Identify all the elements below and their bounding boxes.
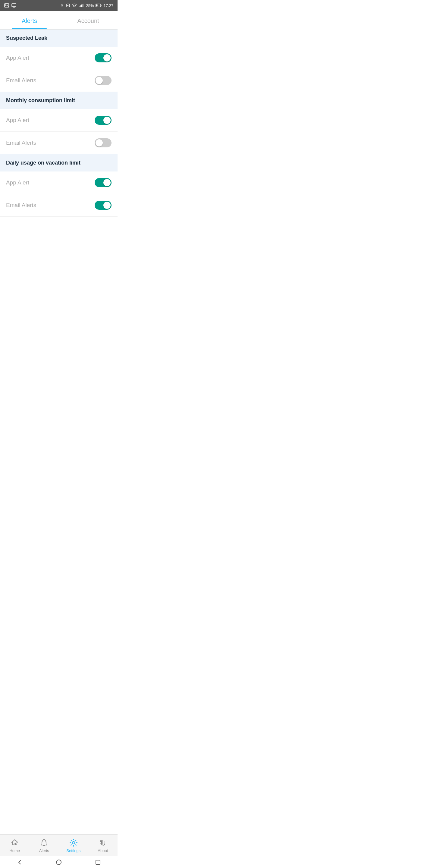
toggle-knob-dv-email-alerts: [103, 202, 111, 209]
main-content: Suspected Leak App Alert Email Alerts Mo…: [0, 30, 118, 253]
toggle-dv-email-alerts[interactable]: [95, 201, 112, 210]
toggle-mc-email-alerts[interactable]: [95, 138, 112, 147]
svg-rect-12: [101, 5, 101, 6]
bluetooth-icon: [60, 3, 64, 7]
status-bar: N 25% 17:27: [0, 0, 118, 11]
label-dv-app-alert: App Alert: [6, 179, 29, 186]
monitor-icon: [11, 3, 16, 7]
svg-rect-0: [4, 4, 9, 7]
section-header-suspected-leak: Suspected Leak: [0, 30, 118, 47]
battery-icon: [96, 4, 101, 7]
toggle-sl-email-alerts[interactable]: [95, 76, 112, 85]
toggle-sl-app-alert[interactable]: [95, 53, 112, 62]
toggle-knob-sl-email-alerts: [96, 77, 103, 84]
svg-rect-2: [12, 4, 16, 7]
row-dv-app-alert: App Alert: [0, 172, 118, 194]
row-sl-app-alert: App Alert: [0, 47, 118, 69]
svg-rect-7: [80, 5, 81, 7]
section-header-monthly-consumption: Monthly consumption limit: [0, 92, 118, 109]
label-sl-email-alerts: Email Alerts: [6, 77, 36, 84]
svg-rect-6: [79, 6, 80, 7]
toggle-mc-app-alert[interactable]: [95, 116, 112, 125]
row-dv-email-alerts: Email Alerts: [0, 194, 118, 217]
time: 17:27: [103, 3, 113, 8]
label-sl-app-alert: App Alert: [6, 55, 29, 61]
row-sl-email-alerts: Email Alerts: [0, 69, 118, 92]
tabs-bar: Alerts Account: [0, 11, 118, 30]
label-dv-email-alerts: Email Alerts: [6, 202, 36, 209]
toggle-knob-sl-app-alert: [103, 54, 111, 61]
svg-text:N: N: [67, 4, 69, 7]
row-mc-app-alert: App Alert: [0, 109, 118, 132]
label-mc-email-alerts: Email Alerts: [6, 140, 36, 146]
wifi-icon: [72, 4, 77, 7]
tab-account[interactable]: Account: [59, 11, 118, 29]
svg-rect-13: [96, 4, 98, 7]
toggle-knob-mc-email-alerts: [96, 139, 103, 147]
svg-rect-10: [84, 4, 84, 7]
toggle-knob-mc-app-alert: [103, 117, 111, 124]
status-right-icons: N 25% 17:27: [60, 3, 113, 8]
status-left-icons: [4, 3, 16, 7]
svg-rect-8: [81, 4, 82, 7]
section-header-daily-vacation: Daily usage on vacation limit: [0, 154, 118, 172]
image-icon: [4, 3, 9, 7]
svg-rect-9: [82, 4, 83, 7]
signal-icon: [79, 4, 84, 7]
row-mc-email-alerts: Email Alerts: [0, 132, 118, 154]
nfc-icon: N: [66, 3, 70, 7]
battery-percent: 25%: [86, 3, 94, 8]
tab-alerts[interactable]: Alerts: [0, 11, 59, 29]
toggle-knob-dv-app-alert: [103, 179, 111, 186]
toggle-dv-app-alert[interactable]: [95, 178, 112, 187]
label-mc-app-alert: App Alert: [6, 117, 29, 124]
